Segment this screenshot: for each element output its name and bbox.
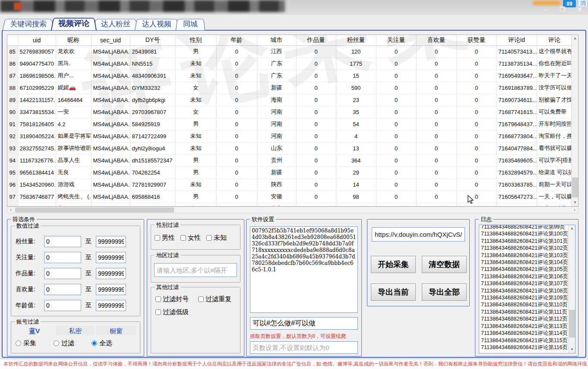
log-item[interactable]: 7113864346882608421评论第109页 bbox=[481, 294, 567, 301]
log-item[interactable]: 7113864346882608421评论第102页 bbox=[481, 245, 567, 251]
radio-select-all-input[interactable] bbox=[92, 340, 97, 346]
log-item[interactable]: 7113864346882608421评论第115页 bbox=[481, 337, 567, 344]
minimize-button[interactable]: – bbox=[541, 6, 549, 13]
export-all-button[interactable]: 导出全部 bbox=[422, 283, 467, 301]
table-row[interactable]: 9328327552745...故事讲给谁听MS4wLjABAA...dyhl2… bbox=[7, 142, 572, 154]
table-row[interactable]: 9411167326776...品享人生MS4wLjABAA...dh15185… bbox=[7, 154, 572, 166]
radio-select-all[interactable]: 全选 bbox=[92, 339, 112, 347]
log-item[interactable]: 7113864346882608421评论第106页 bbox=[481, 273, 567, 280]
log-item[interactable]: 7113864346882608421评论第110页 bbox=[481, 301, 567, 308]
column-header[interactable]: 评论 bbox=[537, 35, 572, 45]
table-row[interactable]: 91758181264054.2MS4wLjABAA...584925919男0… bbox=[7, 118, 572, 130]
filter-max-input[interactable] bbox=[96, 236, 126, 247]
table-vertical-scrollbar[interactable]: ▲ ▼ bbox=[571, 35, 578, 206]
log-item[interactable]: 7113864346882608421评论第101页 bbox=[481, 238, 567, 245]
log-item[interactable]: 7113864346882608421评论第100页 bbox=[481, 230, 567, 237]
log-item[interactable]: 7113864346882608421评论第99页 bbox=[481, 225, 567, 230]
checkbox-filter-banned[interactable]: 过滤封号 bbox=[155, 295, 189, 303]
scroll-right-arrow-icon[interactable]: › bbox=[571, 207, 578, 213]
scroll-down-arrow-icon[interactable]: ▼ bbox=[572, 199, 579, 206]
close-button[interactable]: ✕ bbox=[576, 6, 584, 13]
tab-same-city[interactable]: 同城 bbox=[176, 18, 205, 30]
vertical-scroll-thumb[interactable] bbox=[572, 178, 578, 197]
private-tab[interactable]: 私密 bbox=[56, 326, 95, 335]
checkbox-unknown[interactable]: 未知 bbox=[206, 234, 227, 242]
filter-min-input[interactable] bbox=[44, 236, 81, 247]
checkbox-male-input[interactable] bbox=[155, 235, 160, 241]
clear-data-button[interactable]: 清空数据 bbox=[422, 256, 467, 273]
tab-video-comments[interactable]: 视频评论 bbox=[51, 16, 97, 30]
export-current-button[interactable]: 导出当前 bbox=[371, 283, 416, 301]
scroll-left-arrow-icon[interactable]: ‹ bbox=[7, 207, 14, 213]
table-row[interactable]: 8694904775470黑马.MS4wLjABAA...NN5515未知0广东… bbox=[7, 57, 572, 70]
radio-collect-input[interactable] bbox=[16, 340, 21, 346]
restore-button[interactable]: ❐ bbox=[559, 6, 566, 13]
radio-collect[interactable]: 采集 bbox=[16, 339, 36, 347]
column-header[interactable]: 性别 bbox=[175, 35, 216, 45]
scroll-up-arrow-icon[interactable]: ▲ bbox=[569, 225, 575, 232]
tab-influencer-videos[interactable]: 达人视频 bbox=[135, 18, 179, 30]
column-header[interactable]: 评论id bbox=[496, 35, 537, 45]
column-header[interactable]: sec_uid bbox=[91, 35, 130, 45]
column-header[interactable]: 获赞量 bbox=[456, 35, 496, 45]
region-input[interactable] bbox=[154, 263, 237, 277]
log-item[interactable]: 7113864346882608421评论第108页 bbox=[481, 287, 567, 294]
table-row[interactable]: 8552769839057龙欢欢MS4wLjABAA...25439081男0江… bbox=[7, 45, 572, 57]
column-header[interactable]: 城市 bbox=[257, 35, 296, 45]
log-list[interactable]: 7113864346882608421评论第99页711386434688260… bbox=[479, 225, 575, 353]
checkbox-female-input[interactable] bbox=[180, 235, 186, 241]
log-item[interactable]: 7113864346882608421评论第111页 bbox=[481, 309, 567, 315]
license-token-textarea[interactable] bbox=[250, 226, 358, 313]
column-header[interactable]: 粉丝量 bbox=[336, 35, 376, 45]
log-scrollbar[interactable]: ▲ ▼ bbox=[568, 225, 575, 353]
log-item[interactable]: 7113864346882608421评论第112页 bbox=[481, 315, 567, 322]
radio-filter[interactable]: 过滤 bbox=[54, 339, 74, 347]
table-row[interactable]: 9615434520960...游游戏MS4wLjABAA...72781929… bbox=[7, 178, 572, 191]
video-url-input[interactable] bbox=[372, 227, 465, 242]
checkbox-filter-lowlevel[interactable]: 过滤低级 bbox=[155, 308, 189, 316]
page-count-input[interactable] bbox=[250, 341, 358, 354]
log-item[interactable]: 7113864346882608421评论第114页 bbox=[481, 330, 567, 337]
blue-v-tab[interactable]: 蓝V bbox=[15, 326, 54, 335]
table-horizontal-scrollbar[interactable]: ‹ › bbox=[7, 207, 579, 213]
column-header[interactable]: 喜欢量 bbox=[416, 35, 456, 45]
checkbox-filter-duplicate[interactable]: 过滤重复 bbox=[198, 295, 231, 303]
keyword-input[interactable] bbox=[250, 317, 358, 330]
table-row[interactable]: 9898440083202七年9MS4wLjABAA...AMV_mai 03.… bbox=[7, 203, 572, 207]
column-header[interactable]: 关注量 bbox=[376, 35, 416, 45]
table-row[interactable]: 9596561384414无良MS4wLjABAA...704262254男0新… bbox=[7, 166, 572, 178]
log-item[interactable]: 7113864346882608421评论第116页 bbox=[481, 344, 567, 351]
filter-min-input[interactable] bbox=[44, 252, 81, 263]
column-header[interactable]: DY号 bbox=[130, 35, 175, 45]
tab-keyword-search[interactable]: 关键词搜索 bbox=[3, 18, 54, 30]
filter-min-input[interactable] bbox=[44, 284, 81, 295]
table-row[interactable]: 8914422131157...16466464MS4wLjABAA...dyf… bbox=[7, 94, 572, 106]
radio-filter-input[interactable] bbox=[54, 340, 59, 346]
scroll-down-arrow-icon[interactable]: ▼ bbox=[569, 346, 575, 353]
filter-max-input[interactable] bbox=[96, 284, 126, 295]
log-item[interactable]: 7113864346882608421评论第113页 bbox=[481, 323, 567, 330]
log-item[interactable]: 7113864346882608421评论第103页 bbox=[481, 252, 567, 259]
table-row[interactable]: 9033473815534...一安MS4wLjABAA...297039678… bbox=[7, 106, 572, 118]
column-header[interactable]: 昵称 bbox=[56, 35, 91, 45]
checkbox-filter-lowlevel-input[interactable] bbox=[155, 309, 161, 315]
filter-min-input[interactable] bbox=[44, 300, 81, 311]
log-item[interactable]: 7113864346882608421评论第105页 bbox=[481, 266, 567, 273]
filter-max-input[interactable] bbox=[96, 268, 126, 279]
log-scroll-thumb[interactable] bbox=[569, 310, 575, 337]
filter-min-input[interactable] bbox=[44, 268, 81, 279]
filter-max-input[interactable] bbox=[96, 300, 126, 311]
scroll-up-arrow-icon[interactable]: ▲ bbox=[572, 35, 579, 42]
log-item[interactable]: 7113864346882608421评论第107页 bbox=[481, 280, 567, 287]
table-row[interactable]: 9231890405224...如果是宇将军...MS4wLjABAA...87… bbox=[7, 130, 572, 142]
checkbox-filter-banned-input[interactable] bbox=[155, 296, 161, 302]
table-row[interactable]: 8867102995229妮妮🚗MS4wLjABAA...GYM33232女0新… bbox=[7, 82, 572, 94]
table-row[interactable]: 8718696198506...用户...MS4wLjABAA...483409… bbox=[7, 70, 572, 82]
column-header[interactable]: 年龄 bbox=[216, 35, 257, 45]
start-collect-button[interactable]: 开始采集 bbox=[371, 256, 416, 273]
checkbox-male[interactable]: 男性 bbox=[155, 234, 175, 242]
filter-max-input[interactable] bbox=[96, 252, 126, 263]
column-header[interactable]: uid bbox=[18, 35, 56, 45]
checkbox-unknown-input[interactable] bbox=[206, 235, 212, 241]
log-item[interactable]: 7113864346882608421评论第104页 bbox=[481, 259, 567, 266]
